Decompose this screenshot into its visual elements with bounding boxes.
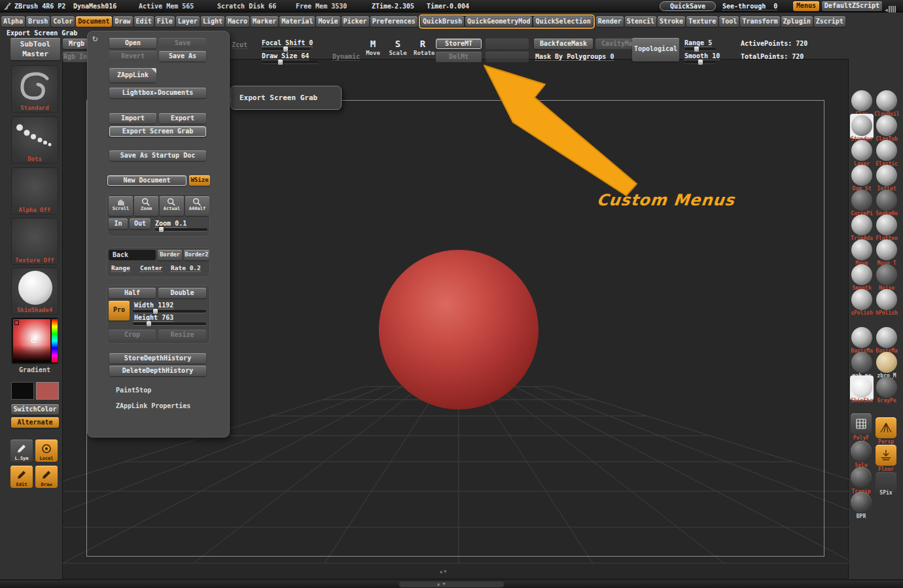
focal-shift-track[interactable]	[262, 48, 310, 50]
brush-item[interactable]	[876, 289, 897, 310]
brush-item[interactable]	[876, 165, 897, 186]
bpr-button[interactable]	[851, 492, 872, 513]
texture-thumbnail[interactable]: Texture Off	[11, 218, 58, 265]
canvas-scroll-icon[interactable]: ▲▼	[440, 569, 448, 574]
slider-knob[interactable]	[283, 46, 289, 52]
scroll-tool-button[interactable]: Scroll	[109, 196, 133, 216]
menu-texture[interactable]: Texture	[686, 16, 718, 27]
border-button[interactable]: Border	[158, 250, 182, 260]
menu-preferences[interactable]: Preferences	[370, 16, 417, 27]
menu-render[interactable]: Render	[596, 16, 624, 27]
new-document-button[interactable]: New Document	[107, 175, 186, 186]
color-picker[interactable]	[11, 317, 58, 364]
brush-item[interactable]	[851, 190, 872, 211]
pro-button[interactable]: Pro	[109, 301, 130, 320]
secondary-color-swatch[interactable]	[36, 382, 59, 400]
brush-item[interactable]	[876, 264, 897, 285]
default-zscript-button[interactable]: DefaultZScript	[822, 1, 882, 11]
menu-picker[interactable]: Picker	[342, 16, 369, 27]
material-item-selected[interactable]	[851, 377, 872, 398]
brush-item-selected[interactable]	[851, 115, 872, 136]
delete-depth-history-button[interactable]: DeleteDepthHistory	[109, 366, 206, 376]
scrollbar-handle[interactable]	[399, 581, 504, 587]
menu-zscript[interactable]: Zscript	[814, 16, 845, 27]
open-button[interactable]: Open	[109, 38, 156, 48]
import-button[interactable]: Import	[109, 113, 156, 124]
width-track[interactable]	[133, 310, 206, 313]
menu-draw[interactable]: Draw	[113, 16, 133, 27]
slider-knob[interactable]	[694, 46, 699, 52]
wsize-button[interactable]: WSize	[189, 175, 210, 186]
polyframe-button[interactable]	[851, 413, 872, 434]
storemt-button[interactable]: StoreMT	[436, 39, 482, 49]
store-depth-history-button[interactable]: StoreDepthHistory	[109, 353, 206, 364]
slider-knob[interactable]	[158, 226, 164, 233]
zoom-out-button[interactable]: Out	[130, 218, 150, 229]
save-as-button[interactable]: Save As	[159, 51, 206, 61]
quicksave-button[interactable]: QuickSave	[660, 1, 716, 11]
export-screen-grab-button[interactable]: Export Screen Grab	[109, 126, 206, 137]
menu-quickselection[interactable]: QuickSelection	[533, 16, 592, 27]
brush-thumbnail[interactable]: Standard	[11, 65, 58, 112]
draw-button[interactable]: Draw	[35, 466, 58, 488]
brush-item[interactable]	[851, 90, 872, 111]
menu-marker[interactable]: Marker	[251, 16, 278, 27]
material-item[interactable]	[876, 327, 897, 348]
floor-button[interactable]	[876, 445, 896, 466]
material-item[interactable]	[876, 352, 897, 373]
height-track[interactable]	[133, 322, 206, 325]
menu-color[interactable]: Color	[51, 16, 75, 27]
actual-tool-button[interactable]: Actual	[160, 196, 184, 216]
menu-document[interactable]: Document	[76, 16, 111, 27]
menu-brush[interactable]: Brush	[26, 16, 50, 27]
mrgb-button[interactable]: Mrgb	[63, 39, 90, 49]
transparent-button[interactable]	[851, 467, 872, 488]
menu-material[interactable]: Material	[279, 16, 315, 27]
rate-slider[interactable]: Rate 0.2	[171, 264, 201, 272]
brush-item[interactable]	[876, 90, 897, 111]
brush-item[interactable]	[876, 115, 897, 136]
main-color-swatch[interactable]	[11, 382, 34, 400]
edit-button[interactable]: Edit	[10, 466, 33, 488]
paintstop-item[interactable]: PaintStop	[116, 387, 151, 394]
brush-item[interactable]	[876, 140, 897, 161]
hue-strip[interactable]	[52, 319, 58, 362]
mask-by-polygroups-slider[interactable]: Mask By Polygroups 0	[535, 53, 614, 61]
menu-stroke[interactable]: Stroke	[658, 16, 685, 27]
menu-zplugin[interactable]: Zplugin	[781, 16, 813, 27]
see-through-slider[interactable]: See-through 0	[722, 3, 777, 10]
zapplink-button[interactable]: ZAppLink	[109, 68, 156, 82]
aahalf-tool-button[interactable]: AAHalf	[185, 196, 209, 216]
palette-scroll-icon[interactable]: ◀	[885, 2, 896, 14]
material-thumbnail[interactable]: SkinShade4	[11, 268, 58, 315]
brush-item[interactable]	[876, 190, 897, 211]
menu-alpha[interactable]: Alpha	[1, 16, 25, 27]
zoom-track[interactable]	[155, 228, 207, 231]
material-item[interactable]	[851, 352, 872, 373]
topological-button[interactable]: Topological	[632, 38, 679, 61]
rotate-tool[interactable]: RRotate	[414, 38, 432, 56]
backface-mask-button[interactable]: BackfaceMask	[534, 39, 593, 49]
menu-stencil[interactable]: Stencil	[625, 16, 656, 27]
solo-button[interactable]	[851, 441, 872, 462]
slider-knob[interactable]	[698, 59, 703, 65]
menus-button[interactable]: Menus	[793, 1, 819, 11]
scale-tool[interactable]: SScale	[389, 38, 407, 56]
menu-quickbrush[interactable]: QuickBrush	[421, 16, 464, 27]
smooth-track[interactable]	[684, 61, 716, 63]
brush-item[interactable]	[851, 140, 872, 161]
material-item[interactable]	[851, 327, 872, 348]
doc-range-slider[interactable]: Range	[111, 264, 130, 272]
brush-item[interactable]	[851, 264, 872, 285]
menu-macro[interactable]: Macro	[226, 16, 249, 27]
perspective-button[interactable]	[876, 417, 896, 438]
move-tool[interactable]: MMove	[364, 38, 382, 56]
alpha-thumbnail[interactable]: Alpha Off	[11, 167, 58, 215]
brush-item[interactable]	[851, 215, 872, 235]
slider-knob[interactable]	[277, 59, 283, 65]
menu-quickgeometrymod[interactable]: QuickGeometryMod	[465, 16, 532, 27]
menu-movie[interactable]: Movie	[316, 16, 340, 27]
menu-tool[interactable]: Tool	[719, 16, 739, 27]
slider-knob[interactable]	[146, 320, 152, 327]
lightbox-documents-button[interactable]: Lightbox▸Documents	[109, 88, 206, 98]
